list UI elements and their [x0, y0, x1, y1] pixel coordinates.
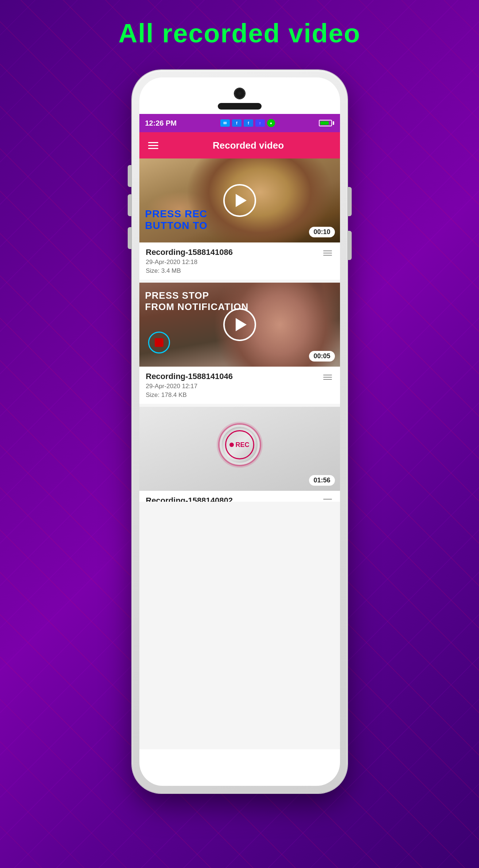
speaker-grille — [218, 103, 262, 110]
stop-square-icon — [155, 338, 163, 347]
menu-line-1a — [323, 251, 332, 251]
video-size-2: Size: 178.4 KB — [146, 391, 322, 399]
page-title: All recorded video — [118, 18, 360, 48]
msg-icon: ✉ — [220, 119, 230, 127]
front-camera — [235, 88, 245, 99]
app-bar: Recorded video — [139, 132, 340, 158]
rec-label: REC — [235, 441, 249, 449]
rec-button-overlay: REC — [220, 425, 260, 465]
video-date-1: 29-Apr-2020 12:18 — [146, 259, 322, 266]
press-rec-line2: BUTTON TO — [145, 220, 208, 232]
status-notification-icons: ✉ f f ↑ ● — [220, 119, 275, 127]
menu-line-3a — [323, 499, 332, 500]
play-triangle-1 — [236, 194, 247, 207]
status-bar: 12:26 PM ✉ f f ↑ ● — [139, 114, 340, 132]
video-name-1: Recording-1588141086 — [146, 248, 322, 257]
play-triangle-2 — [236, 318, 247, 331]
menu-line-2b — [323, 377, 332, 378]
video-meta-1: Recording-1588141086 29-Apr-2020 12:18 S… — [146, 248, 322, 275]
video-thumbnail-2[interactable]: PRESS STOP FROM NOTIFICATION 00:05 — [139, 283, 340, 367]
video-menu-button-1[interactable] — [322, 248, 333, 259]
video-name-2: Recording-1588141046 — [146, 372, 322, 381]
video-item-3[interactable]: REC 01:56 Recording-1588140802 — [139, 407, 340, 502]
menu-line-1b — [323, 253, 332, 253]
status-right-icons — [319, 120, 334, 126]
video-date-2: 29-Apr-2020 12:17 — [146, 383, 322, 390]
battery-icon — [319, 120, 334, 126]
app-bar-title: Recorded video — [166, 140, 331, 151]
fb-icon-1: f — [232, 119, 242, 127]
video-thumbnail-1[interactable]: PRESS REC BUTTON TO 00:10 — [139, 158, 340, 242]
phone-mockup: 12:26 PM ✉ f f ↑ ● — [132, 70, 347, 793]
duration-badge-2: 00:05 — [309, 351, 335, 362]
video-size-1: Size: 3.4 MB — [146, 267, 322, 275]
hamburger-line-1 — [148, 142, 158, 143]
status-time: 12:26 PM — [145, 119, 177, 127]
play-button-2[interactable] — [223, 308, 256, 341]
video-meta-3: Recording-1588140802 — [146, 496, 322, 502]
menu-line-1c — [323, 255, 332, 256]
video-name-3: Recording-1588140802 — [146, 496, 322, 502]
video-thumbnail-3[interactable]: REC 01:56 — [139, 407, 340, 491]
video-item-1[interactable]: PRESS REC BUTTON TO 00:10 Recording-1588… — [139, 158, 340, 280]
press-rec-line1: PRESS REC — [145, 208, 208, 220]
upload-icon: ↑ — [255, 119, 265, 127]
phone-outer-shell: 12:26 PM ✉ f f ↑ ● — [132, 70, 347, 793]
battery-fill — [320, 121, 329, 125]
play-button-1[interactable] — [223, 184, 256, 217]
rec-button-inner: REC — [225, 430, 254, 459]
hamburger-menu-button[interactable] — [148, 142, 158, 149]
hamburger-line-3 — [148, 148, 158, 149]
rec-dot-icon — [229, 443, 234, 447]
press-rec-overlay: PRESS REC BUTTON TO — [145, 208, 208, 232]
phone-inner-shell: 12:26 PM ✉ f f ↑ ● — [139, 77, 340, 786]
video-item-2[interactable]: PRESS STOP FROM NOTIFICATION 00:05 — [139, 283, 340, 404]
video-list: PRESS REC BUTTON TO 00:10 Recording-1588… — [139, 158, 340, 502]
phone-top-area — [218, 88, 262, 110]
stop-button-overlay — [148, 332, 170, 353]
hamburger-line-2 — [148, 145, 158, 146]
menu-line-2a — [323, 375, 332, 375]
app-icon: ● — [267, 119, 275, 127]
video-menu-button-2[interactable] — [322, 372, 333, 383]
duration-badge-1: 00:10 — [309, 227, 335, 237]
press-stop-line1: PRESS STOP — [145, 290, 249, 301]
screen: 12:26 PM ✉ f f ↑ ● — [139, 114, 340, 749]
video-menu-button-3[interactable] — [322, 496, 333, 502]
video-info-3: Recording-1588140802 — [139, 491, 340, 502]
video-info-1: Recording-1588141086 29-Apr-2020 12:18 S… — [139, 242, 340, 280]
duration-badge-3: 01:56 — [309, 475, 335, 486]
fb-icon-2: f — [244, 119, 253, 127]
battery-body — [319, 120, 332, 126]
menu-line-2c — [323, 379, 332, 380]
video-info-2: Recording-1588141046 29-Apr-2020 12:17 S… — [139, 367, 340, 404]
video-meta-2: Recording-1588141046 29-Apr-2020 12:17 S… — [146, 372, 322, 399]
battery-tip — [333, 121, 334, 125]
